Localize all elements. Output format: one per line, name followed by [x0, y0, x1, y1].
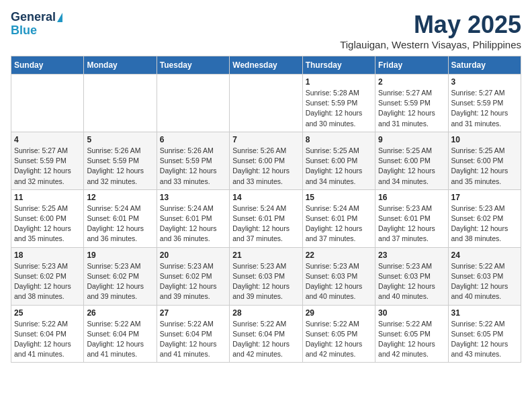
- calendar-cell: 29Sunrise: 5:22 AM Sunset: 6:05 PM Dayli…: [302, 305, 375, 363]
- calendar-cell: 1Sunrise: 5:28 AM Sunset: 5:59 PM Daylig…: [302, 75, 375, 132]
- day-info: Sunrise: 5:23 AM Sunset: 6:02 PM Dayligh…: [451, 203, 518, 244]
- day-number: 28: [232, 308, 299, 318]
- day-info: Sunrise: 5:22 AM Sunset: 6:04 PM Dayligh…: [232, 319, 299, 360]
- day-info: Sunrise: 5:22 AM Sunset: 6:05 PM Dayligh…: [451, 319, 518, 360]
- weekday-header-thursday: Thursday: [302, 56, 375, 75]
- calendar-cell: 3Sunrise: 5:27 AM Sunset: 5:59 PM Daylig…: [448, 75, 521, 132]
- calendar-cell: 14Sunrise: 5:24 AM Sunset: 6:01 PM Dayli…: [230, 189, 302, 247]
- calendar-week-row: 25Sunrise: 5:22 AM Sunset: 6:04 PM Dayli…: [11, 305, 521, 363]
- logo-triangle-icon: [57, 13, 62, 22]
- day-number: 26: [87, 308, 153, 318]
- day-number: 10: [451, 135, 518, 144]
- calendar-cell: 13Sunrise: 5:24 AM Sunset: 6:01 PM Dayli…: [157, 189, 229, 247]
- calendar-cell: 10Sunrise: 5:25 AM Sunset: 6:00 PM Dayli…: [448, 132, 521, 189]
- day-number: 18: [14, 250, 81, 260]
- day-number: 22: [306, 250, 372, 260]
- weekday-header-wednesday: Wednesday: [230, 56, 302, 75]
- day-info: Sunrise: 5:22 AM Sunset: 6:03 PM Dayligh…: [451, 261, 518, 302]
- day-number: 27: [160, 308, 226, 318]
- day-info: Sunrise: 5:23 AM Sunset: 6:02 PM Dayligh…: [14, 261, 81, 302]
- weekday-header-saturday: Saturday: [448, 56, 521, 75]
- logo-text-blue: Blue: [11, 24, 37, 38]
- day-info: Sunrise: 5:24 AM Sunset: 6:01 PM Dayligh…: [87, 203, 153, 244]
- weekday-header-monday: Monday: [84, 56, 157, 75]
- day-info: Sunrise: 5:27 AM Sunset: 5:59 PM Dayligh…: [14, 146, 81, 187]
- calendar-cell: 28Sunrise: 5:22 AM Sunset: 6:04 PM Dayli…: [230, 305, 302, 363]
- day-number: 12: [87, 193, 153, 202]
- calendar-cell: 17Sunrise: 5:23 AM Sunset: 6:02 PM Dayli…: [448, 189, 521, 247]
- day-info: Sunrise: 5:24 AM Sunset: 6:01 PM Dayligh…: [160, 203, 226, 244]
- calendar-cell: 22Sunrise: 5:23 AM Sunset: 6:03 PM Dayli…: [302, 247, 375, 305]
- calendar-cell: [11, 75, 84, 132]
- calendar-cell: 26Sunrise: 5:22 AM Sunset: 6:04 PM Dayli…: [84, 305, 157, 363]
- calendar-cell: 27Sunrise: 5:22 AM Sunset: 6:04 PM Dayli…: [157, 305, 229, 363]
- day-number: 14: [232, 193, 299, 202]
- day-info: Sunrise: 5:22 AM Sunset: 6:04 PM Dayligh…: [14, 319, 81, 360]
- calendar-week-row: 1Sunrise: 5:28 AM Sunset: 5:59 PM Daylig…: [11, 75, 521, 132]
- day-number: 3: [451, 77, 518, 87]
- day-info: Sunrise: 5:27 AM Sunset: 5:59 PM Dayligh…: [378, 88, 445, 129]
- weekday-header-sunday: Sunday: [11, 56, 84, 75]
- day-number: 16: [378, 193, 445, 202]
- day-info: Sunrise: 5:23 AM Sunset: 6:03 PM Dayligh…: [306, 261, 372, 302]
- calendar-cell: 11Sunrise: 5:25 AM Sunset: 6:00 PM Dayli…: [11, 189, 84, 247]
- day-number: 9: [378, 135, 445, 144]
- calendar-table: SundayMondayTuesdayWednesdayThursdayFrid…: [11, 56, 521, 363]
- day-number: 20: [160, 250, 226, 260]
- calendar-cell: 23Sunrise: 5:23 AM Sunset: 6:03 PM Dayli…: [375, 247, 448, 305]
- calendar-cell: 24Sunrise: 5:22 AM Sunset: 6:03 PM Dayli…: [448, 247, 521, 305]
- day-info: Sunrise: 5:22 AM Sunset: 6:05 PM Dayligh…: [378, 319, 445, 360]
- logo: General Blue: [11, 11, 62, 38]
- day-number: 29: [306, 308, 372, 318]
- title-block: May 2025 Tiglauigan, Western Visayas, Ph…: [340, 11, 521, 50]
- day-number: 21: [232, 250, 299, 260]
- calendar-cell: 30Sunrise: 5:22 AM Sunset: 6:05 PM Dayli…: [375, 305, 448, 363]
- calendar-cell: 7Sunrise: 5:26 AM Sunset: 6:00 PM Daylig…: [230, 132, 302, 189]
- day-number: 2: [378, 77, 445, 87]
- calendar-cell: 25Sunrise: 5:22 AM Sunset: 6:04 PM Dayli…: [11, 305, 84, 363]
- day-number: 30: [378, 308, 445, 318]
- day-number: 24: [451, 250, 518, 260]
- calendar-week-row: 4Sunrise: 5:27 AM Sunset: 5:59 PM Daylig…: [11, 132, 521, 189]
- day-info: Sunrise: 5:23 AM Sunset: 6:02 PM Dayligh…: [160, 261, 226, 302]
- day-info: Sunrise: 5:23 AM Sunset: 6:03 PM Dayligh…: [232, 261, 299, 302]
- day-number: 31: [451, 308, 518, 318]
- day-info: Sunrise: 5:26 AM Sunset: 5:59 PM Dayligh…: [87, 146, 153, 187]
- calendar-cell: 4Sunrise: 5:27 AM Sunset: 5:59 PM Daylig…: [11, 132, 84, 189]
- day-info: Sunrise: 5:23 AM Sunset: 6:03 PM Dayligh…: [378, 261, 445, 302]
- day-number: 19: [87, 250, 153, 260]
- calendar-cell: 6Sunrise: 5:26 AM Sunset: 5:59 PM Daylig…: [157, 132, 229, 189]
- day-number: 15: [306, 193, 372, 202]
- day-info: Sunrise: 5:25 AM Sunset: 6:00 PM Dayligh…: [451, 146, 518, 187]
- calendar-cell: [230, 75, 302, 132]
- calendar-header-row: SundayMondayTuesdayWednesdayThursdayFrid…: [11, 56, 521, 75]
- calendar-cell: 2Sunrise: 5:27 AM Sunset: 5:59 PM Daylig…: [375, 75, 448, 132]
- day-info: Sunrise: 5:22 AM Sunset: 6:04 PM Dayligh…: [87, 319, 153, 360]
- day-number: 13: [160, 193, 226, 202]
- day-info: Sunrise: 5:25 AM Sunset: 6:00 PM Dayligh…: [306, 146, 372, 187]
- day-info: Sunrise: 5:23 AM Sunset: 6:02 PM Dayligh…: [87, 261, 153, 302]
- logo-text-general: General: [11, 11, 56, 24]
- weekday-header-friday: Friday: [375, 56, 448, 75]
- month-title: May 2025: [340, 11, 521, 39]
- day-number: 5: [87, 135, 153, 144]
- day-info: Sunrise: 5:26 AM Sunset: 5:59 PM Dayligh…: [160, 146, 226, 187]
- calendar-cell: 8Sunrise: 5:25 AM Sunset: 6:00 PM Daylig…: [302, 132, 375, 189]
- calendar-cell: 18Sunrise: 5:23 AM Sunset: 6:02 PM Dayli…: [11, 247, 84, 305]
- day-number: 4: [14, 135, 81, 144]
- calendar-cell: 12Sunrise: 5:24 AM Sunset: 6:01 PM Dayli…: [84, 189, 157, 247]
- weekday-header-tuesday: Tuesday: [157, 56, 229, 75]
- day-info: Sunrise: 5:27 AM Sunset: 5:59 PM Dayligh…: [451, 88, 518, 129]
- location-title: Tiglauigan, Western Visayas, Philippines: [340, 39, 521, 50]
- day-number: 7: [232, 135, 299, 144]
- day-number: 17: [451, 193, 518, 202]
- day-info: Sunrise: 5:26 AM Sunset: 6:00 PM Dayligh…: [232, 146, 299, 187]
- day-number: 8: [306, 135, 372, 144]
- day-number: 23: [378, 250, 445, 260]
- calendar-cell: 31Sunrise: 5:22 AM Sunset: 6:05 PM Dayli…: [448, 305, 521, 363]
- calendar-cell: 16Sunrise: 5:23 AM Sunset: 6:01 PM Dayli…: [375, 189, 448, 247]
- day-info: Sunrise: 5:25 AM Sunset: 6:00 PM Dayligh…: [14, 203, 81, 244]
- day-info: Sunrise: 5:24 AM Sunset: 6:01 PM Dayligh…: [306, 203, 372, 244]
- calendar-cell: 5Sunrise: 5:26 AM Sunset: 5:59 PM Daylig…: [84, 132, 157, 189]
- day-number: 1: [306, 77, 372, 87]
